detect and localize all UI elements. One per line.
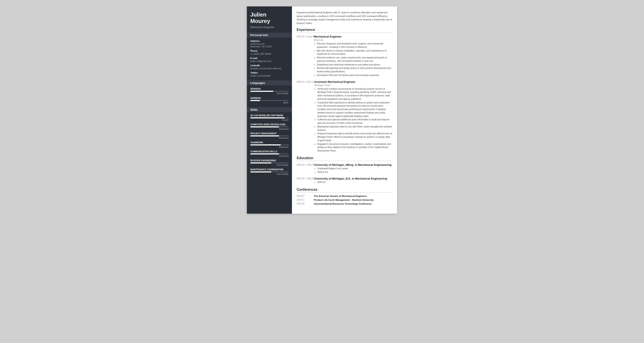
skill-bar-fill: [250, 144, 281, 145]
skill-level: Intermediate: [250, 164, 288, 166]
conferences-list: 2016-07 The American Society of Mechanic…: [297, 195, 392, 205]
sidebar: Julien Mourey Mechanical Engineer Person…: [247, 6, 292, 214]
language-name: GERMAN: [250, 97, 288, 99]
address-value: 1639 Pearl StNashville, TN 37203: [250, 43, 288, 48]
conference-entry: 2014-11 Product Life-Cycle Management - …: [297, 199, 392, 201]
skill-name: 3D CAD MODELING SOFTWARE: [250, 114, 288, 117]
skill-bar-fill: [250, 162, 271, 163]
entry-title: Mechanical Engineer: [314, 35, 392, 38]
conf-date: 2016-07: [297, 195, 314, 197]
experience-section: Experience 2013-02 - present Mechanical …: [297, 28, 392, 153]
address-label: Address: [250, 40, 288, 42]
edu-title: University of Michigan, MEng. in Mechani…: [314, 163, 392, 166]
conferences-heading: Conferences: [297, 188, 392, 193]
bullet-item: Developed CAN and LIN drivers and commun…: [317, 74, 392, 77]
entry-dates: 2006-09 - 2008-06: [297, 163, 314, 174]
skill-item: 3D CAD MODELING SOFTWARE Expert: [250, 114, 288, 121]
skill-bar-fill: [250, 135, 279, 136]
email-value: julien.m@gmail.com: [250, 60, 288, 62]
education-heading: Education: [297, 156, 392, 161]
bullet-item: Planned, designed, and developed tools, …: [317, 42, 392, 49]
conf-date: 2014-11: [297, 199, 314, 201]
skill-bar-bg: [250, 144, 288, 145]
entry-dates: 2002-09 - 2006-06: [297, 177, 314, 184]
language-level: Intermediate: [250, 92, 288, 95]
languages-list: SPANISH Intermediate GERMAN Basic: [250, 87, 288, 104]
entry-body: Assistant Mechanical Engineer Michigan P…: [314, 80, 392, 153]
entry-title: Assistant Mechanical Engineer: [314, 80, 392, 83]
experience-heading: Experience: [297, 28, 392, 33]
skill-item: REVERSE ENGINEERING Intermediate: [250, 159, 288, 166]
skill-item: MAINTENANCE COORDINATION Intermediate: [250, 168, 288, 175]
twitter-label: Twitter: [250, 71, 288, 74]
twitter-value: twitter.com/JulienM: [250, 74, 288, 77]
experience-list: 2013-02 - present Mechanical Engineer By…: [297, 35, 392, 153]
skill-bar-bg: [250, 135, 288, 136]
bullet-item: Collected and captured additional asset …: [317, 118, 392, 125]
conferences-section: Conferences 2016-07 The American Society…: [297, 188, 392, 205]
summary-text: Experienced Mechanical Engineer with 5+ …: [297, 11, 392, 25]
skill-bar-fill: [250, 153, 279, 154]
skill-item: COMMUNICATION SKILLS Advanced: [250, 150, 288, 157]
skill-bar-fill: [250, 171, 271, 172]
bullet-item: Established and reinforced maintenance a…: [317, 63, 392, 66]
skill-item: TEAMWORK Advanced: [250, 141, 288, 148]
entry-org: Bystronic: [314, 39, 392, 41]
edu-details: Graduated Magna Cum LaudeGPA of 3.6: [314, 167, 392, 174]
education-section: Education 2006-09 - 2008-06 University o…: [297, 156, 392, 184]
language-bar-fill: [250, 91, 273, 92]
resume-container: Julien Mourey Mechanical Engineer Person…: [247, 6, 397, 214]
skill-level: Intermediate: [250, 173, 288, 175]
language-item: SPANISH Intermediate: [250, 87, 288, 95]
entry-org: Michigan Parks: [314, 84, 392, 86]
candidate-title: Mechanical Engineer: [250, 26, 288, 29]
bullet-item: Worked with planning and design teams to…: [317, 66, 392, 73]
skill-bar-bg: [250, 153, 288, 154]
skill-name: TEAMWORK: [250, 141, 288, 144]
entry-dates: 2009-01 - 2012-12: [297, 80, 314, 153]
entry-bullets: Performed condition assessments of mecha…: [314, 87, 392, 153]
experience-entry: 2009-01 - 2012-12 Assistant Mechanical E…: [297, 80, 392, 153]
skill-name: COMMUNICATION SKILLS: [250, 150, 288, 153]
language-item: GERMAN Basic: [250, 97, 288, 104]
language-bar-bg: [250, 91, 288, 92]
language-bar-fill: [250, 100, 260, 101]
skill-name: REVERSE ENGINEERING: [250, 159, 288, 162]
skill-bar-fill: [250, 117, 285, 118]
education-list: 2006-09 - 2008-06 University of Michigan…: [297, 163, 392, 184]
entry-body: University of Michigan, MEng. in Mechani…: [314, 163, 392, 174]
conf-date: 2014-05: [297, 203, 314, 205]
conf-name: The American Society of Mechanical Engin…: [314, 195, 367, 197]
phone-label: Phone: [250, 49, 288, 52]
entry-dates: 2013-02 - present: [297, 35, 314, 77]
skill-bar-bg: [250, 162, 288, 163]
skills-list: 3D CAD MODELING SOFTWARE Expert COMPUTER…: [250, 114, 288, 175]
skill-level: Advanced: [250, 137, 288, 139]
skill-bar-bg: [250, 117, 288, 118]
edu-title: University of Michigan, B.E. in Mechanic…: [314, 177, 392, 180]
main-content: Experienced Mechanical Engineer with 5+ …: [292, 6, 397, 214]
skill-level: Advanced: [250, 146, 288, 148]
bullet-item: Maintained inspection data for use with …: [317, 125, 392, 132]
skill-item: COMPUTER-AIDED DESIGN (CAD) Advanced: [250, 123, 288, 130]
skill-bar-bg: [250, 126, 288, 127]
skill-name: PROJECT MANAGEMENT: [250, 132, 288, 135]
bullet-item: Performed condition assessments of mecha…: [317, 87, 392, 101]
conference-entry: 2016-07 The American Society of Mechanic…: [297, 195, 392, 197]
entry-body: Mechanical Engineer Bystronic Planned, d…: [314, 35, 392, 77]
bullet-item: Analyzed inspection data to identify tre…: [317, 132, 392, 142]
skill-name: MAINTENANCE COORDINATION: [250, 168, 288, 171]
language-bar-bg: [250, 100, 288, 101]
skill-bar-bg: [250, 171, 288, 172]
skill-level: Advanced: [250, 155, 288, 157]
skill-bar-fill: [250, 126, 279, 127]
bullet-item: Met with clients to oversee installation…: [317, 49, 392, 56]
edu-detail: GPA of 3.6: [317, 171, 392, 174]
edu-detail: GPA 3.5: [317, 181, 392, 184]
conf-name: Product Life-Cycle Management - Stanford…: [314, 199, 374, 201]
conference-entry: 2014-05 Unconventional Resources Technol…: [297, 203, 392, 205]
linkedin-value: linkedin.com/in/Julien.Mourey: [250, 67, 288, 70]
entry-body: University of Michigan, B.E. in Mechanic…: [314, 177, 392, 184]
experience-entry: 2013-02 - present Mechanical Engineer By…: [297, 35, 392, 77]
edu-details: GPA 3.5: [314, 181, 392, 184]
